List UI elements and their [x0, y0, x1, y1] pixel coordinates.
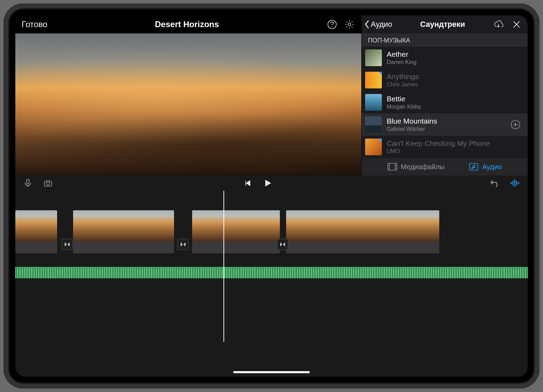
- track-row-anythings[interactable]: Anythings Chris James: [362, 69, 528, 91]
- track-artist: Gabriel Witcher: [387, 126, 505, 132]
- project-title: Desert Horizons: [47, 19, 326, 29]
- video-clip[interactable]: [286, 210, 439, 242]
- svg-point-7: [47, 182, 50, 185]
- track-name: Can't Keep Checking My Phone: [387, 139, 521, 148]
- video-clip[interactable]: [15, 210, 57, 242]
- tab-label: Медиафайлы: [401, 163, 444, 171]
- back-label: Аудио: [371, 20, 392, 29]
- transition-icon[interactable]: [277, 239, 288, 250]
- clip-footer: [73, 242, 174, 253]
- svg-point-2: [348, 23, 351, 26]
- svg-point-1: [332, 26, 332, 27]
- viewer-column: Готово Desert Horizons: [15, 15, 361, 175]
- app-screen: Готово Desert Horizons: [15, 15, 528, 377]
- svg-rect-8: [511, 182, 512, 184]
- album-art-icon: [365, 72, 382, 88]
- clip-footer: [286, 242, 439, 253]
- track-row-blue-mountains[interactable]: Blue Mountains Gabriel Witcher: [362, 113, 528, 136]
- soundtrack-track[interactable]: [15, 267, 528, 279]
- clip-footer: [192, 242, 280, 253]
- ipad-device-frame: Готово Desert Horizons: [3, 3, 540, 389]
- chevron-left-icon: [364, 19, 370, 29]
- album-art-icon: [365, 49, 382, 66]
- album-art-icon: [365, 116, 382, 133]
- timeline[interactable]: [15, 191, 528, 377]
- play-button[interactable]: [262, 178, 273, 189]
- section-header: ПОП-МУЗЫКА: [362, 33, 528, 47]
- clip-footer: [15, 242, 57, 253]
- transition-icon[interactable]: [178, 239, 189, 250]
- transition-icon[interactable]: [62, 239, 73, 250]
- camera-icon[interactable]: [42, 178, 54, 189]
- back-button[interactable]: Аудио: [364, 19, 392, 29]
- video-track[interactable]: [15, 210, 528, 255]
- cloud-download-icon[interactable]: [493, 19, 504, 30]
- audio-browser-panel: Аудио Саундтреки ПОП-МУЗЫКА: [361, 15, 528, 175]
- track-name: Anythings: [387, 72, 521, 81]
- close-icon[interactable]: [511, 19, 522, 30]
- album-art-icon: [365, 139, 382, 155]
- upper-area: Готово Desert Horizons: [15, 15, 528, 175]
- microphone-icon[interactable]: [22, 178, 33, 189]
- track-artist: Morgan Kibby: [387, 104, 521, 110]
- svg-rect-9: [513, 181, 514, 186]
- add-track-button[interactable]: [510, 119, 521, 131]
- svg-rect-10: [514, 179, 516, 187]
- svg-rect-5: [470, 163, 478, 170]
- help-icon[interactable]: [326, 19, 338, 30]
- track-artist: Darren King: [387, 59, 521, 65]
- home-indicator: [233, 371, 310, 373]
- waveform-icon[interactable]: [510, 178, 521, 189]
- undo-button[interactable]: [489, 178, 501, 189]
- svg-rect-11: [516, 181, 517, 186]
- track-row-bettie[interactable]: Bettie Morgan Kibby: [362, 91, 528, 113]
- music-note-icon: [469, 163, 479, 171]
- svg-rect-12: [518, 182, 519, 184]
- track-name: Blue Mountains: [387, 117, 505, 125]
- panel-title: Саундтреки: [395, 20, 490, 29]
- filmstrip-icon: [387, 163, 397, 171]
- track-artist: Chris James: [387, 81, 521, 88]
- tab-audio[interactable]: Аудио: [469, 163, 502, 171]
- done-button[interactable]: Готово: [22, 19, 47, 29]
- svg-point-0: [328, 20, 336, 29]
- video-preview[interactable]: [15, 33, 361, 175]
- tab-media[interactable]: Медиафайлы: [387, 163, 444, 171]
- track-name: Bettie: [387, 95, 521, 103]
- svg-rect-6: [27, 179, 29, 184]
- video-clip[interactable]: [192, 210, 280, 242]
- track-list[interactable]: Aether Darren King Anythings Chris James: [362, 47, 528, 158]
- track-row-cant-keep-checking[interactable]: Can't Keep Checking My Phone UMO: [362, 136, 528, 158]
- timeline-toolbar: [15, 175, 528, 191]
- audio-panel-header: Аудио Саундтреки: [362, 15, 528, 33]
- viewer-topbar: Готово Desert Horizons: [15, 15, 361, 33]
- track-artist: UMO: [387, 148, 521, 155]
- track-name: Aether: [387, 50, 521, 58]
- track-row-aether[interactable]: Aether Darren King: [362, 47, 528, 69]
- skip-back-button[interactable]: [242, 178, 253, 189]
- album-art-icon: [365, 94, 382, 111]
- video-clip[interactable]: [73, 210, 174, 242]
- settings-gear-icon[interactable]: [344, 19, 355, 30]
- svg-rect-4: [388, 163, 397, 170]
- media-browser-tabs: Медиафайлы Аудио: [362, 158, 528, 175]
- tab-label: Аудио: [482, 163, 502, 171]
